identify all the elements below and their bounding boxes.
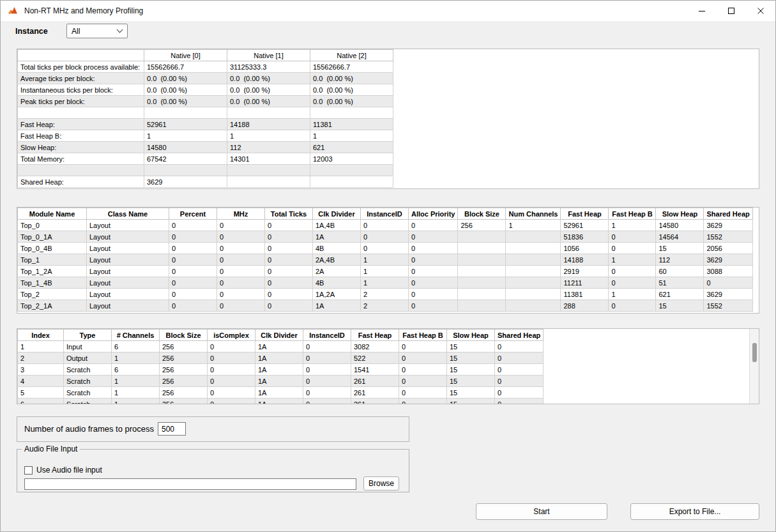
instance-label: Instance: [15, 27, 48, 36]
cell: 0: [495, 376, 544, 387]
table-row[interactable]: Top_0Layout0001A,4B002561529611145803629: [18, 220, 753, 231]
table-row[interactable]: 1Input625601A030820150: [18, 341, 544, 353]
cell: Scratch: [64, 399, 112, 405]
table-row[interactable]: Fast Heap B:111: [18, 130, 393, 142]
column-header[interactable]: Clk Divider: [255, 330, 303, 341]
cell: 256: [160, 376, 208, 387]
cell: Layout: [87, 300, 169, 312]
cell: 1: [310, 130, 393, 142]
column-header[interactable]: Fast Heap B: [609, 208, 656, 220]
column-header[interactable]: Module Name: [18, 208, 87, 220]
cell: 256: [160, 387, 208, 399]
vertical-scrollbar[interactable]: [749, 329, 759, 404]
column-header[interactable]: InstanceID: [303, 330, 351, 341]
table-row[interactable]: Top_2_1ALayout0001A202880151552: [18, 300, 753, 312]
column-header[interactable]: Native [1]: [227, 50, 310, 61]
maximize-button[interactable]: [717, 1, 746, 21]
cell: 0: [208, 376, 255, 387]
table-row[interactable]: 4Scratch125601A02610150: [18, 376, 544, 387]
close-button[interactable]: [746, 1, 775, 21]
maximize-icon: [728, 8, 734, 14]
cell: 1A: [313, 231, 361, 243]
cell: 6: [112, 364, 160, 376]
audio-file-input[interactable]: [24, 478, 356, 490]
table-row[interactable]: Shared Heap:3629: [18, 176, 393, 188]
table-row[interactable]: Instantaneous ticks per block:0.0 (0.00 …: [18, 84, 393, 96]
column-header[interactable]: Shared Heap: [704, 208, 752, 220]
table-row[interactable]: Top_1_2ALayout0002A1029190603088: [18, 266, 753, 277]
table-row[interactable]: Total Memory:675421430112003: [18, 153, 393, 165]
table-row[interactable]: Fast Heap:529611418811381: [18, 119, 393, 130]
column-header[interactable]: Fast Heap B: [399, 330, 447, 341]
column-header[interactable]: Shared Heap: [495, 330, 544, 341]
column-header[interactable]: Alloc Priority: [409, 208, 458, 220]
cell: 0: [609, 266, 656, 277]
column-header[interactable]: Index: [18, 330, 64, 341]
cell: 12003: [310, 153, 393, 165]
column-header[interactable]: [18, 50, 144, 61]
column-header[interactable]: Block Size: [160, 330, 208, 341]
column-header[interactable]: MHz: [217, 208, 265, 220]
table-row[interactable]: 5Scratch125601A02610150: [18, 387, 544, 399]
column-header[interactable]: Num Channels: [506, 208, 561, 220]
column-header[interactable]: Clk Divider: [313, 208, 361, 220]
cell: 0: [303, 364, 351, 376]
use-audio-checkbox[interactable]: [24, 466, 33, 475]
column-header[interactable]: Total Ticks: [265, 208, 313, 220]
column-header[interactable]: Fast Heap: [561, 208, 609, 220]
cell: Top_1: [18, 254, 87, 266]
instance-dropdown[interactable]: All: [66, 24, 128, 38]
scrollbar-thumb[interactable]: [752, 343, 757, 362]
table-row[interactable]: Peak ticks per block:0.0 (0.00 %)0.0 (0.…: [18, 96, 393, 107]
browse-button[interactable]: Browse: [363, 476, 399, 490]
frames-input[interactable]: [158, 422, 186, 436]
table-row[interactable]: Top_0_1ALayout0001A00518360145641552: [18, 231, 753, 243]
cell: 15: [447, 399, 495, 405]
cell: 0.0 (0.00 %): [144, 96, 227, 107]
column-header[interactable]: Native [0]: [144, 50, 227, 61]
table-row[interactable]: [18, 165, 393, 176]
cell: [18, 165, 144, 176]
column-header[interactable]: Block Size: [458, 208, 506, 220]
column-header[interactable]: Type: [64, 330, 112, 341]
cell: 14188: [561, 254, 609, 266]
export-button[interactable]: Export to File...: [630, 503, 759, 520]
cell: 0: [265, 289, 313, 300]
table-row[interactable]: Top_1Layout0002A,4B101418811123629: [18, 254, 753, 266]
cell: [310, 165, 393, 176]
cell: 0.0 (0.00 %): [227, 96, 310, 107]
cell: 0: [609, 231, 656, 243]
column-header[interactable]: Percent: [169, 208, 217, 220]
start-button[interactable]: Start: [476, 503, 607, 520]
table-row[interactable]: 6Scratch125601A02610150: [18, 399, 544, 405]
column-header[interactable]: Native [2]: [310, 50, 393, 61]
table-row[interactable]: Top_0_4BLayout0004B0010560152056: [18, 243, 753, 254]
cell: 0: [495, 399, 544, 405]
module-panel: Module NameClass NamePercentMHzTotal Tic…: [17, 207, 759, 314]
table-row[interactable]: 2Output125601A05220150: [18, 353, 544, 364]
column-header[interactable]: InstanceID: [361, 208, 409, 220]
cell: 2A: [313, 266, 361, 277]
cell: 0: [265, 277, 313, 289]
minimize-button[interactable]: [687, 1, 717, 21]
cell: 112: [227, 142, 310, 153]
table-row[interactable]: Slow Heap:14580112621: [18, 142, 393, 153]
table-row[interactable]: Top_1_4BLayout0004B10112110510: [18, 277, 753, 289]
cell: 0: [265, 231, 313, 243]
cell: 15: [447, 341, 495, 353]
table-row[interactable]: Average ticks per block:0.0 (0.00 %)0.0 …: [18, 73, 393, 84]
column-header[interactable]: Class Name: [87, 208, 169, 220]
cell: Output: [64, 353, 112, 364]
table-row[interactable]: Top_2Layout0001A,2A201138116213629: [18, 289, 753, 300]
column-header[interactable]: isComplex: [208, 330, 255, 341]
column-header[interactable]: Slow Heap: [447, 330, 495, 341]
cell: 15: [447, 353, 495, 364]
cell: 256: [160, 353, 208, 364]
column-header[interactable]: Slow Heap: [656, 208, 704, 220]
table-row[interactable]: [18, 107, 393, 119]
column-header[interactable]: Fast Heap: [351, 330, 399, 341]
cell: 0: [217, 266, 265, 277]
column-header[interactable]: # Channels: [112, 330, 160, 341]
table-row[interactable]: Total ticks per block process available:…: [18, 61, 393, 73]
table-row[interactable]: 3Scratch625601A015410150: [18, 364, 544, 376]
